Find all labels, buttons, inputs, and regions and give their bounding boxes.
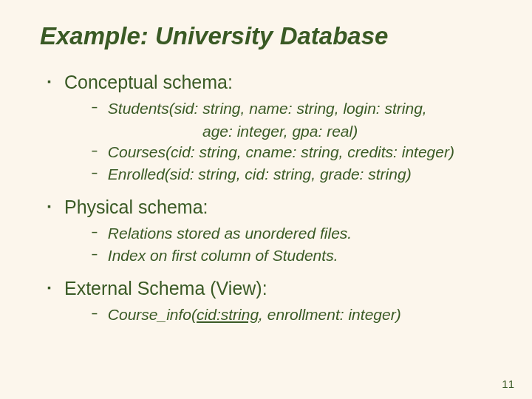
bullet-list: ▪ Conceptual schema: – Students(sid: str… — [47, 71, 495, 325]
page-number: 11 — [502, 378, 514, 390]
sub-list: – Relations stored as unordered files. –… — [92, 223, 495, 267]
sub-item: – Relations stored as unordered files. — [92, 223, 495, 244]
dash-bullet-icon: – — [92, 245, 98, 264]
sub-item-text: Courses(cid: string, cname: string, cred… — [108, 142, 454, 163]
sub-item-text: Relations stored as unordered files. — [108, 223, 352, 244]
section-heading-row: ▪ External Schema (View): — [47, 277, 495, 300]
sub-list: – Students(sid: string, name: string, lo… — [92, 98, 495, 185]
section-heading-row: ▪ Physical schema: — [47, 196, 495, 219]
sub-item-text: Students(sid: string, name: string, logi… — [108, 98, 427, 119]
sub-item-text: Course_info(cid:string, enrollment: inte… — [108, 304, 401, 325]
section-heading: External Schema (View): — [64, 277, 267, 300]
sub-item-text: Enrolled(sid: string, cid: string, grade… — [108, 164, 412, 185]
slide: Example: University Database ▪ Conceptua… — [0, 0, 532, 399]
sub-item-continuation: age: integer, gpa: real) — [202, 121, 495, 142]
section-external: ▪ External Schema (View): – Course_info(… — [47, 277, 495, 326]
section-conceptual: ▪ Conceptual schema: – Students(sid: str… — [47, 71, 495, 185]
dash-bullet-icon: – — [92, 304, 98, 323]
sub-item: – Index on first column of Students. — [92, 245, 495, 266]
sub-item: – Students(sid: string, name: string, lo… — [92, 98, 495, 119]
sub-item: – Course_info(cid:string, enrollment: in… — [92, 304, 495, 325]
square-bullet-icon: ▪ — [47, 277, 51, 298]
dash-bullet-icon: – — [92, 164, 98, 183]
section-heading: Conceptual schema: — [64, 71, 233, 94]
sub-item: – Courses(cid: string, cname: string, cr… — [92, 142, 495, 163]
section-heading-row: ▪ Conceptual schema: — [47, 71, 495, 94]
slide-title: Example: University Database — [40, 22, 495, 50]
sub-item-text: Index on first column of Students. — [108, 245, 338, 266]
sub-item: – Enrolled(sid: string, cid: string, gra… — [92, 164, 495, 185]
section-heading: Physical schema: — [64, 196, 208, 219]
square-bullet-icon: ▪ — [47, 196, 51, 216]
dash-bullet-icon: – — [92, 142, 98, 160]
dash-bullet-icon: – — [92, 98, 98, 117]
sub-list: – Course_info(cid:string, enrollment: in… — [92, 304, 495, 325]
underlined-key: cid:string — [197, 306, 259, 323]
text-suffix: , enrollment: integer) — [259, 306, 401, 323]
square-bullet-icon: ▪ — [47, 71, 51, 92]
section-physical: ▪ Physical schema: – Relations stored as… — [47, 196, 495, 267]
dash-bullet-icon: – — [92, 223, 98, 242]
text-prefix: Course_info( — [108, 306, 197, 323]
